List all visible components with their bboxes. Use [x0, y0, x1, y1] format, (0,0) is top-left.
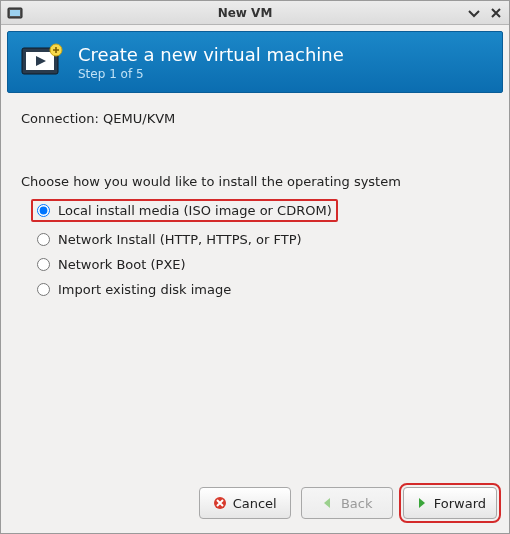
- banner-heading: Create a new virtual machine: [78, 44, 344, 65]
- install-option-radio-network[interactable]: [37, 233, 50, 246]
- install-option-label: Local install media (ISO image or CDROM): [58, 203, 332, 218]
- connection-label: Connection:: [21, 111, 99, 126]
- install-option-network[interactable]: Network Install (HTTP, HTTPS, or FTP): [37, 232, 489, 247]
- install-option-pxe[interactable]: Network Boot (PXE): [37, 257, 489, 272]
- forward-button[interactable]: Forward: [403, 487, 497, 519]
- install-option-radio-pxe[interactable]: [37, 258, 50, 271]
- back-button: Back: [301, 487, 393, 519]
- forward-label: Forward: [434, 496, 486, 511]
- svg-rect-1: [10, 10, 20, 16]
- install-option-label: Network Boot (PXE): [58, 257, 186, 272]
- cancel-icon: [213, 496, 227, 510]
- install-option-import[interactable]: Import existing disk image: [37, 282, 489, 297]
- banner-text: Create a new virtual machine Step 1 of 5: [78, 44, 344, 81]
- minimize-icon[interactable]: [467, 6, 481, 20]
- install-method-label: Choose how you would like to install the…: [21, 174, 489, 189]
- install-option-local[interactable]: Local install media (ISO image or CDROM): [31, 199, 338, 222]
- titlebar: New VM: [1, 1, 509, 25]
- window-title: New VM: [29, 6, 461, 20]
- cancel-button[interactable]: Cancel: [199, 487, 291, 519]
- back-arrow-icon: [321, 496, 335, 510]
- connection-value: QEMU/KVM: [103, 111, 175, 126]
- install-option-radio-import[interactable]: [37, 283, 50, 296]
- window-controls: [467, 6, 503, 20]
- install-option-label: Network Install (HTTP, HTTPS, or FTP): [58, 232, 302, 247]
- connection-row: Connection: QEMU/KVM: [21, 111, 489, 126]
- app-icon: [7, 5, 23, 21]
- wizard-content: Connection: QEMU/KVM Choose how you woul…: [1, 93, 509, 477]
- close-icon[interactable]: [489, 6, 503, 20]
- install-method-options: Local install media (ISO image or CDROM)…: [37, 199, 489, 297]
- wizard-banner: Create a new virtual machine Step 1 of 5: [7, 31, 503, 93]
- install-option-radio-local[interactable]: [37, 204, 50, 217]
- new-vm-window: New VM Create a new virtual machine Step…: [0, 0, 510, 534]
- banner-step: Step 1 of 5: [78, 67, 344, 81]
- vm-new-icon: [20, 42, 64, 82]
- back-label: Back: [341, 496, 373, 511]
- forward-arrow-icon: [414, 496, 428, 510]
- cancel-label: Cancel: [233, 496, 277, 511]
- button-bar: Cancel Back Forward: [1, 477, 509, 533]
- install-option-label: Import existing disk image: [58, 282, 231, 297]
